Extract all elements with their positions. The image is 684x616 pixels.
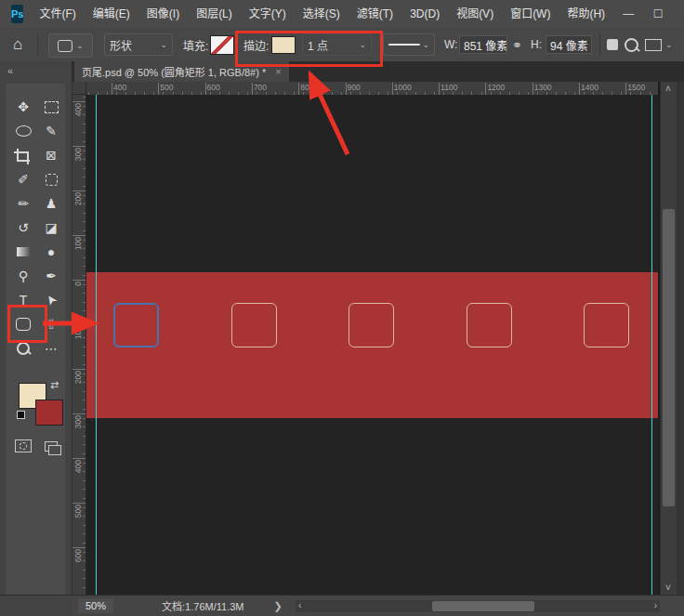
scroll-up-icon[interactable]: ˄: [665, 84, 671, 94]
fill-swatch-none[interactable]: [210, 35, 234, 55]
separator: [37, 33, 38, 56]
move-tool[interactable]: ✥: [11, 96, 35, 118]
minimize-button[interactable]: —: [613, 0, 643, 28]
ruler-label: 700: [254, 83, 267, 92]
rounded-rect-shape[interactable]: [349, 303, 394, 347]
tool-preset-dropdown[interactable]: ⌄: [48, 33, 93, 58]
screen-mode-icon: [45, 441, 58, 452]
fill-label: 填充:: [183, 37, 208, 53]
ruler-label: 100: [73, 237, 83, 250]
menu-item[interactable]: 窗口(W): [502, 0, 559, 28]
clone-stamp-tool-icon: ♟: [46, 196, 58, 211]
chevron-down-icon[interactable]: ⌄: [665, 40, 673, 49]
scroll-right-icon[interactable]: ›: [654, 600, 657, 610]
zoom-level-field[interactable]: 50%: [78, 598, 113, 613]
menu-item[interactable]: 帮助(H): [559, 0, 613, 28]
clone-stamp-tool[interactable]: ♟: [39, 192, 63, 215]
shape-mode-select[interactable]: 形状 ⌄: [104, 33, 173, 56]
ruler-label: 1400: [581, 83, 598, 92]
zoom-tool-icon: [17, 342, 30, 355]
ruler-label: 1300: [534, 83, 552, 92]
vertical-scrollbar[interactable]: ˄ ˅: [660, 82, 677, 595]
annotation-box-stroke: [235, 31, 383, 67]
ruler-label: 1100: [441, 83, 457, 92]
swap-colors-icon[interactable]: ⇄: [50, 379, 59, 391]
collapse-panel-icon[interactable]: «: [7, 65, 13, 76]
quick-selection-tool[interactable]: ✎: [39, 120, 63, 142]
maximize-button[interactable]: ☐: [643, 0, 673, 28]
move-tool-icon: ✥: [18, 99, 29, 114]
home-icon[interactable]: ⌂: [13, 35, 22, 54]
link-dimensions-icon[interactable]: ⚭: [512, 38, 522, 52]
statusbar-corner: [0, 595, 72, 616]
menu-item[interactable]: 3D(D): [401, 0, 448, 28]
quick-selection-tool-icon: ✎: [46, 124, 57, 138]
ruler-label: 400: [73, 460, 83, 473]
close-button[interactable]: ✕: [673, 0, 684, 28]
menu-item[interactable]: 滤镜(T): [349, 0, 401, 28]
status-bar: 50% 文档:1.76M/11.3M ❯ ‹ ›: [72, 595, 684, 616]
lasso-tool-icon: [16, 125, 32, 137]
background-color-swatch[interactable]: [35, 400, 63, 426]
eraser-tool-icon: ◪: [45, 220, 57, 235]
ruler-label: 300: [73, 148, 83, 161]
vertical-scrollbar-thumb[interactable]: [663, 209, 675, 506]
rectangular-marquee-tool[interactable]: [39, 96, 63, 118]
rounded-rect-shape-selected[interactable]: [113, 303, 159, 347]
pen-tool[interactable]: ✒: [39, 265, 63, 287]
scroll-left-icon[interactable]: ‹: [298, 600, 301, 610]
gradient-tool[interactable]: [11, 241, 35, 263]
scroll-down-icon[interactable]: ˅: [665, 583, 671, 593]
shape-width-field[interactable]: 851 像素: [459, 35, 507, 54]
rounded-rect-shape[interactable]: [584, 303, 629, 347]
ruler-origin-corner[interactable]: [72, 82, 86, 95]
pen-tool-icon: ✒: [46, 269, 57, 283]
horizontal-scrollbar-thumb[interactable]: [432, 601, 534, 611]
crop-tool-icon: [17, 149, 30, 162]
document-size-info: 文档:1.76M/11.3M: [162, 598, 243, 613]
crop-tool[interactable]: [11, 144, 35, 166]
chevron-down-icon: ⌄: [422, 40, 429, 49]
menu-item[interactable]: 编辑(E): [85, 0, 138, 28]
default-colors-icon[interactable]: [17, 411, 25, 419]
status-popup-icon[interactable]: ❯: [273, 600, 282, 612]
stroke-type-dropdown[interactable]: ⌄: [383, 33, 435, 56]
frame-tool[interactable]: ⊠: [39, 144, 63, 166]
path-arrangement-icon[interactable]: [645, 39, 662, 51]
ruler-label: 1000: [394, 83, 412, 92]
brush-tool[interactable]: ✏: [11, 192, 35, 215]
shape-mode-value: 形状: [110, 37, 132, 53]
close-tab-icon[interactable]: ×: [275, 66, 281, 77]
document-canvas[interactable]: [86, 95, 658, 595]
menu-item[interactable]: 视图(V): [448, 0, 502, 28]
dodge-tool[interactable]: ⚲: [11, 265, 35, 287]
rounded-rect-shape[interactable]: [231, 303, 277, 347]
ruler-label: 1500: [627, 83, 645, 92]
menu-item[interactable]: 文字(Y): [241, 0, 295, 28]
history-brush-tool[interactable]: ↺: [11, 216, 35, 239]
path-operations-icon[interactable]: [607, 39, 618, 50]
healing-brush-tool[interactable]: [39, 168, 63, 190]
path-alignment-icon[interactable]: [625, 38, 638, 52]
quick-mask-button[interactable]: [11, 435, 35, 457]
eraser-tool[interactable]: ◪: [39, 216, 63, 239]
menu-item[interactable]: 图层(L): [188, 0, 241, 28]
guide-line: [96, 95, 97, 595]
screen-mode-button[interactable]: [39, 435, 63, 457]
horizontal-scrollbar[interactable]: ‹ ›: [296, 600, 660, 612]
eyedropper-tool[interactable]: ✐: [11, 168, 35, 190]
lasso-tool[interactable]: [11, 120, 35, 142]
rounded-rect-shape[interactable]: [467, 303, 512, 347]
ruler-label: 600: [73, 549, 83, 562]
ruler-label: 600: [207, 83, 220, 92]
quick-mask-icon: [15, 439, 32, 452]
blur-tool[interactable]: ●: [39, 241, 63, 263]
rectangular-marquee-tool-icon: [45, 101, 59, 113]
ruler-label: 0: [73, 282, 83, 286]
menu-item[interactable]: 选择(S): [295, 0, 349, 28]
ruler-label: 200: [73, 192, 83, 205]
shape-height-field[interactable]: 94 像素: [546, 35, 592, 54]
menu-item[interactable]: 图像(I): [138, 0, 188, 28]
menu-item[interactable]: 文件(F): [31, 0, 84, 28]
photoshop-logo: Ps: [11, 5, 23, 23]
